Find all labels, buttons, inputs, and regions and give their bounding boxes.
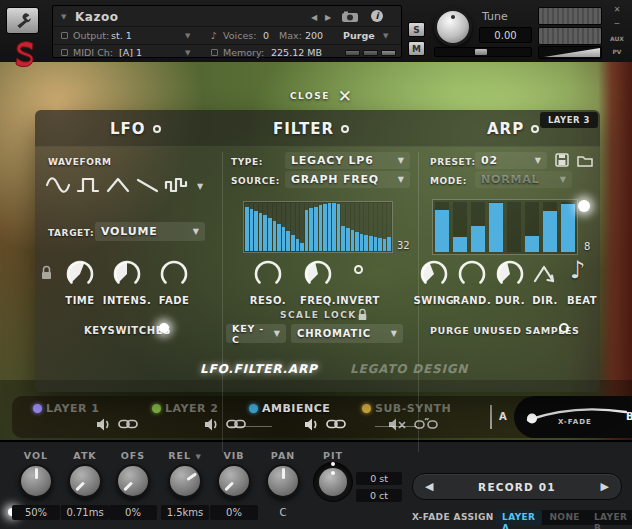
rel-value[interactable]: 1.5kms — [161, 505, 209, 520]
snapshot-camera-icon[interactable] — [341, 11, 359, 23]
graph-bar[interactable] — [346, 203, 350, 251]
graph-bar[interactable] — [435, 202, 449, 252]
waveform-dropdown-icon[interactable]: ▼ — [197, 182, 203, 191]
xfade-assign-layer-b[interactable]: LAYER B — [587, 510, 632, 525]
minimize-window-icon[interactable]: ─ — [607, 19, 627, 28]
vol-knob[interactable] — [19, 464, 53, 498]
filter-frequency-graph[interactable] — [243, 201, 393, 253]
vib-knob[interactable] — [217, 464, 251, 498]
midi-value[interactable]: [A] 1 — [119, 47, 142, 58]
graph-bar[interactable] — [282, 203, 286, 251]
next-instrument-icon[interactable]: ▶ — [325, 13, 331, 22]
pan-value[interactable]: C — [259, 505, 307, 520]
preset-dropdown[interactable]: 02 ▼ — [475, 152, 547, 169]
time-knob[interactable] — [64, 258, 96, 290]
rel-dropdown-icon[interactable]: ▼ — [195, 453, 201, 461]
intensity-knob[interactable] — [111, 258, 143, 290]
arp-step-graph[interactable] — [432, 199, 578, 255]
output-dropdown-icon[interactable]: ▼ — [185, 32, 190, 40]
atk-value[interactable]: 0.71ms — [61, 505, 109, 520]
graph-bar[interactable] — [378, 203, 382, 251]
beat-note-icon[interactable]: ♪ — [570, 256, 585, 284]
output-value[interactable]: st. 1 — [111, 30, 132, 41]
layer1-speaker-icon[interactable] — [96, 418, 112, 431]
volume-slider[interactable] — [538, 46, 602, 59]
graph-bar[interactable] — [314, 203, 318, 251]
graph-bar[interactable] — [561, 202, 575, 252]
lock-icon[interactable] — [40, 265, 53, 280]
graph-bar[interactable] — [286, 203, 290, 251]
scale-dropdown[interactable]: CHROMATIC ▼ — [291, 324, 403, 343]
triangle-wave-icon[interactable] — [105, 174, 131, 196]
ambience-tab[interactable]: AMBIENCE — [262, 402, 330, 415]
random-wave-icon[interactable] — [163, 174, 191, 196]
subsynth-muted-speaker-icon[interactable] — [388, 418, 407, 431]
graph-bar[interactable] — [453, 202, 467, 252]
tune-knob[interactable] — [434, 8, 472, 46]
purge-dropdown-icon[interactable]: ▼ — [383, 32, 388, 40]
graph-bar[interactable] — [291, 203, 295, 251]
swing-knob[interactable] — [418, 258, 450, 290]
graph-bar[interactable] — [364, 203, 368, 251]
sine-wave-icon[interactable] — [45, 174, 71, 196]
graph-bar[interactable] — [369, 203, 373, 251]
graph-bar[interactable] — [374, 203, 378, 251]
arp-power-icon[interactable] — [531, 125, 539, 133]
saw-wave-icon[interactable] — [135, 174, 161, 196]
graph-bar[interactable] — [525, 202, 539, 252]
graph-bar[interactable] — [507, 202, 521, 252]
max-value[interactable]: 200 — [305, 30, 323, 41]
aux-button[interactable]: AUX — [607, 35, 627, 42]
purge-unused-samples-button[interactable] — [559, 323, 569, 333]
graph-bar[interactable] — [355, 203, 359, 251]
vol-value[interactable]: 50% — [12, 505, 60, 520]
record-selector[interactable]: ◀ RECORD 01 ▶ — [412, 473, 622, 500]
frequency-knob[interactable] — [302, 258, 334, 290]
layer1-link-icon[interactable] — [118, 418, 138, 430]
duration-knob[interactable] — [494, 258, 526, 290]
graph-bar[interactable] — [309, 203, 313, 251]
graph-bar[interactable] — [543, 202, 557, 252]
ofs-knob[interactable] — [116, 464, 150, 498]
pit-semitone-value[interactable]: 0 st — [356, 472, 402, 485]
key-dropdown[interactable]: KEY - C ▼ — [226, 324, 286, 343]
layer2-tab[interactable]: LAYER 2 — [165, 402, 218, 415]
layer1-tab[interactable]: LAYER 1 — [46, 402, 99, 415]
filter-power-icon[interactable] — [341, 125, 349, 133]
purge-menu[interactable]: Purge — [343, 30, 375, 41]
graph-bar[interactable] — [296, 203, 300, 251]
square-wave-icon[interactable] — [75, 174, 101, 196]
layer2-speaker-icon[interactable] — [204, 418, 220, 431]
edit-wrench-button[interactable] — [6, 7, 39, 34]
graph-bar[interactable] — [360, 203, 364, 251]
invert-toggle[interactable] — [354, 265, 363, 274]
pv-button[interactable]: PV — [607, 48, 627, 55]
ambience-speaker-icon[interactable] — [304, 418, 320, 431]
graph-bar[interactable] — [351, 203, 355, 251]
midi-dropdown-icon[interactable]: ▼ — [185, 49, 190, 57]
graph-bar[interactable] — [300, 203, 304, 251]
load-preset-folder-icon[interactable] — [577, 154, 593, 167]
ambience-link-icon[interactable] — [326, 418, 346, 430]
mode-dropdown[interactable]: NORMAL ▼ — [475, 171, 572, 188]
graph-bar[interactable] — [328, 203, 332, 251]
resonance-knob[interactable] — [252, 258, 284, 290]
prev-instrument-icon[interactable]: ◀ — [311, 13, 317, 22]
xfade-control[interactable] — [514, 396, 632, 438]
filter-source-dropdown[interactable]: GRAPH FREQ ▼ — [285, 171, 410, 188]
collapse-icon[interactable]: ▼ — [61, 13, 66, 21]
direction-icon[interactable] — [532, 262, 558, 286]
graph-bar[interactable] — [273, 203, 277, 251]
atk-knob[interactable] — [68, 464, 102, 498]
graph-bar[interactable] — [250, 203, 254, 251]
graph-bar[interactable] — [263, 203, 267, 251]
graph-bar[interactable] — [319, 203, 323, 251]
filter-type-dropdown[interactable]: LEGACY LP6 ▼ — [285, 152, 410, 169]
graph-bar[interactable] — [337, 203, 341, 251]
tab-legato-design[interactable]: LEGATO DESIGN — [350, 362, 468, 376]
graph-bar[interactable] — [268, 203, 272, 251]
graph-bar[interactable] — [383, 203, 387, 251]
graph-bar[interactable] — [245, 203, 249, 251]
pan-knob[interactable] — [266, 464, 300, 498]
scale-lock-icon[interactable] — [357, 308, 368, 321]
